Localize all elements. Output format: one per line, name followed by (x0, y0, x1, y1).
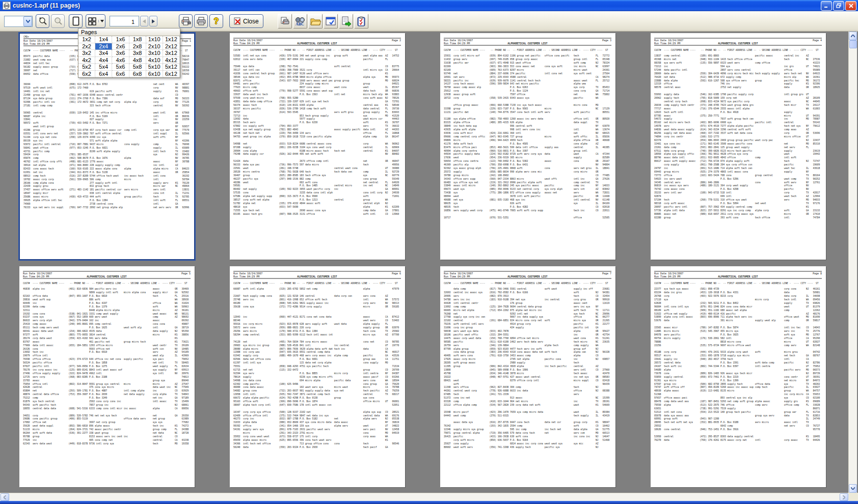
svg-text:ABC: ABC (296, 22, 304, 26)
scroll-right-icon (843, 495, 845, 499)
open-folder-button[interactable] (308, 14, 323, 29)
pages-menu-option-4x2[interactable]: 4x2 (78, 57, 95, 64)
pages-menu-option-3x12[interactable]: 3x12 (163, 50, 180, 57)
window-checkbox-icon (326, 17, 336, 26)
pages-menu-option-6x2[interactable]: 6x2 (78, 71, 95, 78)
combo-dropdown-icon[interactable] (23, 16, 32, 26)
report-header-rule (233, 45, 401, 46)
restore-button[interactable] (833, 1, 844, 11)
pages-menu-option-6x6[interactable]: 6x6 (112, 71, 129, 78)
pages-menu-option-4x10[interactable]: 4x10 (146, 57, 163, 64)
report-row: 51922 office net supply (419) 400-0114 4… (654, 312, 822, 316)
multi-page-view-button[interactable] (86, 14, 105, 28)
find-text-button[interactable]: ABC (293, 14, 307, 29)
report-row: 35638 cons sys (372) 772-4286 9514 corp … (233, 305, 401, 309)
pages-menu-option-3x8[interactable]: 3x8 (129, 50, 146, 57)
pages-menu-option-4x8[interactable]: 4x8 (129, 57, 146, 64)
report-row: 85315 tech serv P.O. Box 6230 soft KS 36… (233, 121, 401, 125)
page-thumbnail-7[interactable]: Run Date 10/24/2007Page 7Run Time 04:29 … (440, 266, 615, 487)
pages-menu-option-2x2[interactable]: 2x2 (78, 43, 95, 50)
pages-menu-option-5x8[interactable]: 5x8 (129, 64, 146, 71)
vertical-scroll-thumb[interactable] (849, 40, 857, 48)
pages-menu-option-5x2[interactable]: 5x2 (78, 64, 95, 71)
report-row: 76268 net 9292 intl net sys tech NC 2909… (444, 312, 611, 316)
report-row: 61715 net net (115) 152-6472 group CO 20… (233, 368, 401, 372)
pages-menu-option-2x10[interactable]: 2x10 (146, 43, 163, 50)
pages-menu-option-1x12[interactable]: 1x12 (163, 36, 180, 43)
pages-menu-option-4x12[interactable]: 4x12 (163, 57, 180, 64)
pages-menu-option-4x4[interactable]: 4x4 (95, 57, 112, 64)
pages-menu-option-3x6[interactable]: 3x6 (112, 50, 129, 57)
pages-menu-option-5x6[interactable]: 5x6 (112, 64, 129, 71)
page-thumbnail-3[interactable]: Run Date 10/24/2007Page 3Run Time 04:29 … (440, 33, 615, 260)
pages-menu-option-5x10[interactable]: 5x10 (146, 64, 163, 71)
pages-menu-option-6x12[interactable]: 6x12 (163, 71, 180, 78)
page-thumbnail-5[interactable]: Run Date 10/24/2007Page 5Run Time 04:29 … (19, 266, 195, 487)
pages-menu-option-2x4[interactable]: 2x4 (95, 43, 112, 50)
report-row: 83767 assoc 461 pacific net group micro … (23, 340, 191, 344)
export-page-button[interactable] (339, 14, 353, 29)
report-row: 82433 cons assoc tech (160) 916-0165 222… (23, 167, 191, 171)
zoom-out-icon (53, 17, 63, 26)
previous-page-button[interactable] (140, 16, 148, 26)
pages-menu-option-5x12[interactable]: 5x12 (163, 64, 180, 71)
pages-menu-option-3x4[interactable]: 3x4 (95, 50, 112, 57)
print-button[interactable] (194, 14, 208, 28)
zoom-out-button[interactable] (51, 14, 65, 28)
pages-menu-option-3x10[interactable]: 3x10 (146, 50, 163, 57)
page-thumbnail-6[interactable]: Run Date 10/24/2007Page 6Run Time 04:29 … (230, 266, 405, 487)
pages-menu-option-6x4[interactable]: 6x4 (95, 71, 112, 78)
printer-setup-button[interactable] (179, 14, 193, 28)
report-row: 31638 pacific ser (637) 671-4948 915 wes… (444, 61, 611, 65)
report-row: office group assoc (466) 660-5388 7130 i… (444, 103, 611, 107)
print-page-button[interactable] (278, 14, 292, 29)
report-row: 03237 cons sys (667) 552-1859 669 serv w… (23, 316, 191, 319)
scroll-down-button[interactable] (849, 484, 857, 493)
pages-menu-option-4x6[interactable]: 4x6 (112, 57, 129, 64)
single-page-view-button[interactable] (69, 14, 83, 28)
pages-menu-option-2x12[interactable]: 2x12 (163, 43, 180, 50)
close-preview-button[interactable]: Close (229, 14, 263, 28)
pages-menu-option-1x2[interactable]: 1x2 (78, 36, 95, 43)
zoom-in-button[interactable] (36, 14, 49, 28)
vertical-scrollbar[interactable] (848, 32, 857, 493)
scroll-up-icon (851, 35, 855, 37)
next-page-button[interactable] (149, 16, 157, 26)
page-grid-dropdown-icon[interactable] (98, 20, 105, 22)
report-row: 74747 soft office off (807) 494-8109 526… (654, 386, 822, 389)
pages-menu-option-3x2[interactable]: 3x2 (78, 50, 95, 57)
page-number-input[interactable] (110, 16, 139, 26)
pages-menu-option-1x8[interactable]: 1x8 (129, 36, 146, 43)
pages-menu-option-5x4[interactable]: 5x4 (95, 64, 112, 71)
verify-checklist-button[interactable] (354, 14, 368, 29)
report-row: 34345 central serv (886) 646-2806 cons s… (654, 181, 822, 184)
report-row (444, 417, 611, 421)
scroll-up-button[interactable] (849, 32, 857, 40)
pages-menu-option-1x10[interactable]: 1x10 (146, 36, 163, 43)
report-body: data comp (817) 766-3466 5501 central so… (444, 288, 611, 449)
report-row: 11305 group (906) 842-4314 3820 alpha in… (444, 365, 611, 368)
report-body: 85973 pacific data (335) 042-7017 996 co… (23, 55, 191, 210)
page-thumbnail-8[interactable]: Run Date 10/24/2007Page 8Run Time 04:29 … (651, 266, 826, 487)
report-row: 46273 corp inc (832) 087-1788 P.O. Box 5… (233, 417, 401, 421)
report-row: 18722 corp (358) 539-2415 0343 assoc sys… (444, 96, 611, 100)
pages-menu-option-2x6[interactable]: 2x6 (112, 43, 129, 50)
pages-menu-option-2x8[interactable]: 2x8 (129, 43, 146, 50)
scroll-left-button[interactable] (1, 493, 9, 501)
minimize-button[interactable] (821, 1, 832, 11)
view-options-button[interactable] (324, 14, 338, 29)
pages-menu-option-1x6[interactable]: 1x6 (112, 36, 129, 43)
close-window-button[interactable] (845, 1, 856, 11)
scroll-right-button[interactable] (840, 493, 848, 501)
pages-menu-option-6x10[interactable]: 6x10 (146, 71, 163, 78)
pages-menu-option-6x8[interactable]: 6x8 (129, 71, 146, 78)
horizontal-scrollbar[interactable] (0, 493, 849, 501)
page-thumbnail-2[interactable]: Run Date 10/24/2007Page 2Run Time 04:29 … (230, 33, 405, 260)
report-row: 02163 office data (847) 055-1607 P.O. Bo… (23, 294, 191, 298)
zoom-level-combo[interactable] (4, 16, 33, 27)
report-row (444, 212, 611, 216)
pages-menu-option-1x4[interactable]: 1x4 (95, 36, 112, 43)
page-thumbnail-4[interactable]: Run Date 10/24/2007Page 4Run Time 04:29 … (651, 33, 826, 260)
report-row: 83195 assoc tech gro (007) 998-3525 3131… (233, 212, 401, 216)
help-button[interactable]: ? (209, 14, 223, 28)
